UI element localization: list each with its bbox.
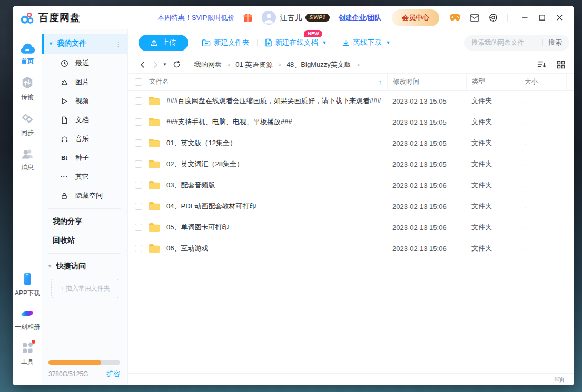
row-checkbox[interactable] (135, 245, 142, 252)
close-button[interactable] (552, 12, 567, 23)
sort-ascending-icon[interactable]: ↑ (379, 78, 382, 86)
sort-order-button[interactable] (537, 61, 546, 68)
new-folder-button[interactable]: 新建文件夹 (202, 38, 250, 47)
new-badge: NEW (304, 30, 322, 37)
minimize-button[interactable] (517, 12, 532, 23)
upload-button[interactable]: 上传 (139, 35, 188, 51)
file-row[interactable]: 04、PDF动画配套教材可打印 2023-02-13 15:06 文件夹 - (128, 196, 574, 217)
search-input[interactable] (471, 39, 539, 46)
toolbar: 上传 新建文件夹 NEW (128, 29, 574, 56)
folder-icon (149, 117, 160, 127)
settings-icon[interactable] (489, 13, 498, 22)
offline-download-button[interactable]: 离线下载 ▼ (342, 38, 390, 47)
transfer-icon (21, 76, 34, 89)
column-header-name[interactable]: 文件名 (149, 77, 169, 86)
sidebar-item-other[interactable]: ··· 其它 (42, 167, 127, 186)
avatar[interactable] (262, 11, 276, 25)
file-table-header: 文件名 ↑ 修改时间 类型 大小 (128, 74, 574, 91)
notification-dot (32, 340, 35, 344)
status-bar: 8项 (128, 373, 574, 385)
sidebar-item-pictures[interactable]: 图片 (42, 73, 127, 92)
file-modified: 2023-02-13 15:06 (387, 182, 466, 189)
svip-promo-link[interactable]: 本周特惠！SVIP限时低价 (157, 13, 235, 23)
file-name[interactable]: 06、互动游戏 (166, 244, 208, 253)
svip-badge[interactable]: SVIP1 (305, 14, 330, 22)
rail-label-transfer: 传输 (21, 93, 34, 102)
row-checkbox[interactable] (135, 203, 142, 210)
app-logo: 百度网盘 (21, 11, 81, 25)
rail-item-transfer[interactable]: 传输 (13, 71, 42, 107)
file-name[interactable]: ###百度网盘在线观看会压缩画质，如果要画质好，请下载下来观看### (166, 96, 381, 106)
document-icon (60, 116, 68, 124)
maximize-button[interactable] (535, 12, 550, 23)
file-name[interactable]: ###支持手机、电脑、电视、平板播放### (166, 117, 292, 127)
sidebar-item-my-files[interactable]: ▼ 我的文件 ⋮ (42, 34, 127, 54)
breadcrumb-item-current[interactable]: 48、BigMuzzy英文版 (287, 60, 351, 69)
sidebar-item-documents[interactable]: 文档 (42, 110, 127, 129)
breadcrumb-separator: > (357, 62, 360, 68)
history-dropdown-icon[interactable]: ▼ (163, 62, 167, 67)
row-checkbox[interactable] (135, 182, 142, 189)
row-checkbox[interactable] (135, 118, 142, 126)
row-checkbox[interactable] (135, 97, 142, 105)
file-name[interactable]: 01、英文版（12集全） (166, 138, 236, 148)
new-online-doc-button[interactable]: NEW 新建在线文档 ▼ (265, 38, 327, 47)
mail-icon[interactable] (470, 14, 479, 22)
column-header-size[interactable]: 大小 (519, 74, 566, 90)
rail-item-app-download[interactable]: APP下载 (13, 267, 42, 303)
sidebar-item-bt-seeds[interactable]: Bt 种子 (42, 148, 127, 167)
gift-icon[interactable] (243, 13, 252, 22)
search-button[interactable]: 搜索 (548, 38, 562, 47)
sidebar-item-hidden-space[interactable]: 隐藏空间 (42, 186, 127, 205)
file-modified: 2023-02-13 15:06 (387, 224, 466, 232)
row-checkbox[interactable] (135, 224, 142, 231)
my-files-label: 我的文件 (57, 39, 115, 48)
rail-item-photo-album[interactable]: 一刻相册 (13, 303, 42, 337)
file-row[interactable]: ###支持手机、电脑、电视、平板播放### 2023-02-13 15:05 文… (128, 112, 574, 133)
back-button[interactable] (136, 59, 149, 70)
sidebar-item-my-shares[interactable]: 我的分享 (42, 212, 127, 231)
file-row[interactable]: 05、单词图卡可打印 2023-02-13 15:06 文件夹 - (128, 217, 574, 238)
file-name[interactable]: 05、单词图卡可打印 (166, 223, 229, 232)
file-row[interactable]: 01、英文版（12集全） 2023-02-13 15:05 文件夹 - (128, 133, 574, 154)
sidebar-item-recycle-bin[interactable]: 回收站 (42, 231, 127, 250)
file-row[interactable]: 03、配套音频版 2023-02-13 15:06 文件夹 - (128, 175, 574, 196)
collapse-caret-icon[interactable]: ▼ (48, 41, 53, 46)
column-header-modified[interactable]: 修改时间 (387, 74, 466, 90)
select-all-checkbox[interactable] (135, 78, 142, 86)
game-center-icon[interactable] (450, 14, 460, 22)
storage-bar (48, 360, 120, 365)
favorite-folder-drop-zone[interactable]: + 拖入常用文件夹 (51, 279, 119, 298)
sidebar-item-music[interactable]: 音乐 (42, 129, 127, 148)
username[interactable]: 江古儿 (280, 13, 302, 23)
file-name[interactable]: 04、PDF动画配套教材可打印 (166, 202, 256, 211)
member-center-button[interactable]: 会员中心 (392, 9, 439, 26)
file-row[interactable]: 02、英文词汇（28集全） 2023-02-13 15:05 文件夹 - (128, 154, 574, 175)
rail-item-messages[interactable]: 消息 (13, 143, 42, 177)
grid-view-button[interactable] (557, 61, 565, 69)
create-team-link[interactable]: 创建企业/团队 (338, 13, 381, 23)
column-header-type[interactable]: 类型 (466, 74, 519, 90)
row-checkbox[interactable] (135, 160, 142, 168)
rail-item-sync[interactable]: 同步 (13, 107, 42, 143)
rail-item-home[interactable]: 首页 (13, 37, 42, 71)
row-checkbox[interactable] (135, 139, 142, 147)
file-size: - (519, 139, 566, 147)
breadcrumb-item-root[interactable]: 我的网盘 (194, 60, 222, 69)
rail-item-tools[interactable]: 工具 (13, 337, 42, 371)
sidebar-item-recent[interactable]: 最近 (42, 54, 127, 73)
file-row[interactable]: ###百度网盘在线观看会压缩画质，如果要画质好，请下载下来观看### 2023-… (128, 91, 574, 112)
sidebar-item-videos[interactable]: 视频 (42, 92, 127, 110)
refresh-button[interactable] (170, 59, 183, 70)
file-name[interactable]: 02、英文词汇（28集全） (166, 159, 243, 169)
file-row[interactable]: 06、互动游戏 2023-02-13 15:06 文件夹 - (128, 238, 574, 259)
expand-storage-link[interactable]: 扩容 (106, 369, 120, 379)
upload-icon (150, 39, 158, 47)
sidebar-item-quick-access[interactable]: ▼ 快捷访问 (42, 257, 127, 276)
more-options-icon[interactable]: ⋮ (115, 40, 122, 48)
forward-button[interactable] (149, 59, 162, 70)
breadcrumb-item[interactable]: 01 英语资源 (235, 60, 272, 69)
file-name[interactable]: 03、配套音频版 (166, 180, 215, 190)
rail-label-app-download: APP下载 (15, 289, 40, 298)
file-size: - (519, 182, 566, 189)
